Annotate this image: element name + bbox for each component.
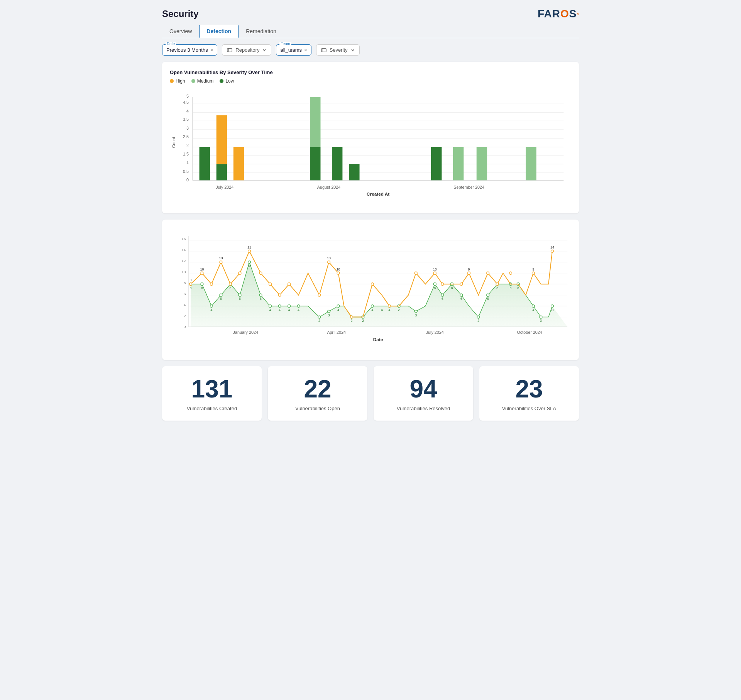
svg-point-89 [248, 250, 251, 252]
svg-text:July 2024: July 2024 [426, 330, 444, 335]
repository-filter[interactable]: Repository [222, 44, 271, 56]
svg-point-107 [509, 272, 512, 274]
tab-remediation[interactable]: Remediation [239, 25, 284, 38]
svg-text:6: 6 [184, 292, 186, 296]
svg-text:8: 8 [510, 286, 512, 290]
bar-jul2-low [217, 164, 227, 180]
legend-low-dot [220, 79, 223, 83]
stat-vulnerabilities-open: 22 Vulnerabilities Open [268, 366, 367, 421]
svg-text:3: 3 [540, 319, 542, 323]
svg-text:5: 5 [186, 94, 189, 98]
bar-aug2 [332, 147, 342, 180]
svg-point-100 [414, 272, 417, 274]
svg-text:10: 10 [433, 267, 437, 271]
svg-text:8: 8 [201, 286, 203, 290]
stat-resolved-value: 94 [383, 375, 464, 402]
svg-point-84 [201, 272, 203, 274]
svg-text:3.5: 3.5 [183, 117, 189, 122]
svg-point-51 [201, 283, 203, 286]
svg-text:September 2024: September 2024 [453, 185, 484, 189]
chevron-down-icon [262, 48, 266, 52]
stat-open-label: Vulnerabilities Open [277, 406, 358, 411]
bar-sep1 [431, 147, 442, 180]
svg-text:10: 10 [200, 267, 204, 271]
severity-icon [321, 47, 327, 53]
svg-text:2: 2 [477, 319, 479, 323]
stats-row: 131 Vulnerabilities Created 22 Vulnerabi… [162, 366, 579, 421]
svg-text:Created At: Created At [367, 191, 389, 196]
svg-point-56 [248, 261, 251, 264]
svg-text:4: 4 [210, 308, 212, 312]
svg-point-104 [468, 272, 470, 274]
svg-text:2.5: 2.5 [183, 134, 189, 139]
svg-point-103 [460, 283, 463, 286]
stat-resolved-label: Vulnerabilities Resolved [383, 406, 464, 411]
svg-point-58 [269, 305, 272, 308]
tab-detection[interactable]: Detection [199, 25, 239, 38]
svg-point-57 [259, 294, 262, 296]
legend-low: Low [220, 78, 234, 84]
svg-point-75 [477, 316, 480, 318]
svg-point-80 [532, 305, 535, 308]
svg-text:3: 3 [415, 313, 417, 317]
svg-text:July 2024: July 2024 [216, 185, 233, 189]
legend-medium: Medium [191, 78, 214, 84]
filters-bar: Date Previous 3 Months × Repository Team… [162, 44, 579, 56]
svg-point-99 [388, 305, 391, 308]
svg-point-55 [239, 294, 241, 296]
bar-chart-title: Open Vulnerabilities By Severity Over Ti… [170, 69, 571, 75]
stat-sla-value: 23 [489, 375, 570, 402]
svg-text:4.5: 4.5 [183, 100, 189, 105]
svg-text:4: 4 [186, 109, 189, 113]
chevron-down-icon-2 [351, 48, 355, 52]
svg-text:January 2024: January 2024 [233, 330, 258, 335]
svg-point-87 [229, 283, 232, 286]
bar-jul3 [233, 147, 244, 180]
svg-point-76 [487, 294, 489, 296]
svg-point-52 [210, 305, 213, 308]
date-filter-label: Date [166, 42, 176, 46]
svg-text:8: 8 [517, 286, 519, 290]
svg-text:Date: Date [373, 337, 383, 342]
svg-rect-2 [321, 48, 326, 52]
svg-text:13: 13 [247, 264, 251, 268]
svg-point-72 [441, 294, 444, 296]
svg-text:0: 0 [184, 325, 186, 329]
bar-sep4 [526, 147, 536, 180]
team-filter-clear[interactable]: × [304, 47, 307, 53]
svg-text:4: 4 [184, 303, 186, 307]
bar-aug1-low [310, 147, 320, 180]
svg-point-88 [239, 272, 241, 274]
legend-high: High [170, 78, 185, 84]
svg-point-108 [532, 272, 535, 274]
svg-text:August 2024: August 2024 [317, 185, 341, 189]
svg-text:16: 16 [181, 237, 186, 241]
date-filter-clear[interactable]: × [210, 47, 213, 53]
stat-sla-label: Vulnerabilities Over SLA [489, 406, 570, 411]
legend-medium-dot [191, 79, 195, 83]
bar-chart-svg: 0 0.5 1 1.5 2 2.5 3 3.5 4 4.5 5 Count [170, 88, 571, 204]
svg-text:6: 6 [239, 297, 241, 301]
svg-text:1: 1 [186, 160, 189, 165]
svg-text:6: 6 [442, 297, 443, 301]
logo-f: F [538, 8, 544, 20]
svg-point-90 [259, 272, 262, 274]
svg-point-83 [189, 283, 192, 286]
svg-text:4: 4 [532, 308, 534, 312]
svg-text:8: 8 [496, 286, 498, 290]
logo: FAROS s [538, 8, 579, 20]
svg-text:9: 9 [532, 267, 534, 271]
team-filter-label: Team [279, 42, 291, 46]
line-chart-svg: 0 2 4 6 8 10 12 14 16 [170, 227, 571, 351]
bar-aug1-med [310, 97, 320, 147]
severity-filter-label: Severity [330, 47, 348, 53]
team-filter[interactable]: Team all_teams × [276, 44, 311, 56]
svg-text:2: 2 [318, 319, 320, 323]
svg-point-102 [441, 283, 444, 286]
severity-filter[interactable]: Severity [316, 44, 360, 56]
svg-text:10: 10 [181, 270, 186, 274]
tab-overview[interactable]: Overview [162, 25, 199, 38]
svg-text:8: 8 [184, 281, 186, 285]
date-filter[interactable]: Date Previous 3 Months × [162, 44, 217, 56]
svg-point-91 [269, 283, 272, 286]
